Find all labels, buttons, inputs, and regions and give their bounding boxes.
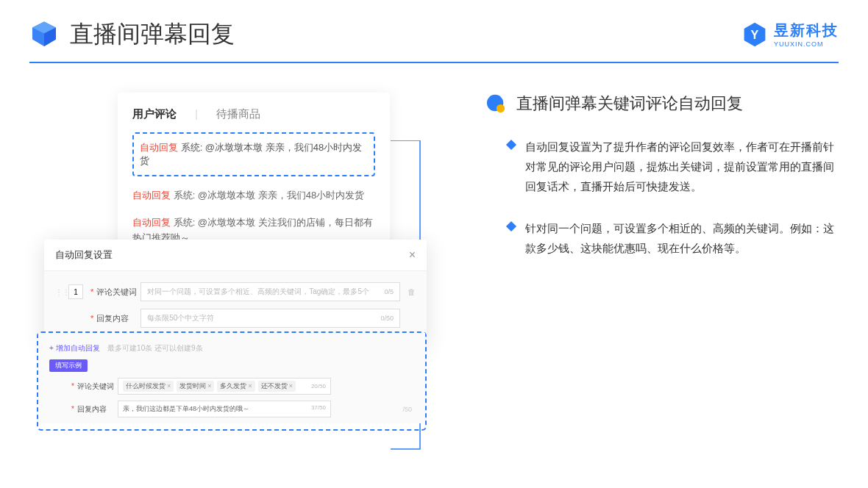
tab-divider: | <box>195 107 198 121</box>
trash-icon[interactable]: 🗑 <box>408 287 416 296</box>
content-input[interactable]: 每条限50个中文字符 0/50 <box>140 309 400 328</box>
logo-icon: Y <box>741 21 768 48</box>
counter: 20/50 <box>311 383 326 390</box>
example-keyword-row: * 评论关键词 什么时候发货 发货时间 多久发货 还不发货 20/50 <box>49 378 414 395</box>
header: 直播间弹幕回复 Y 昱新科技 YUUXIN.COM <box>0 0 868 51</box>
example-content-row: * 回复内容 亲，我们这边都是下单48小时内发货的哦～ 37/50 /50 <box>49 401 414 423</box>
logo: Y 昱新科技 YUUXIN.COM <box>741 21 839 48</box>
auto-reply-tag: 自动回复 <box>140 142 178 153</box>
tag-input[interactable]: 什么时候发货 发货时间 多久发货 还不发货 20/50 <box>118 378 331 395</box>
required-dot: * <box>71 382 74 390</box>
tabs: 用户评论 | 待播商品 <box>132 107 375 121</box>
add-auto-reply-link[interactable]: + 增加自动回复 <box>49 344 100 352</box>
side-counter: /50 <box>402 406 412 413</box>
content-input[interactable]: 亲，我们这边都是下单48小时内发货的哦～ 37/50 <box>118 401 331 417</box>
settings-modal: 自动回复设置 × ⋮⋮ 1 * 评论关键词 对同一个问题，可设置多个相近、高频的… <box>44 240 427 346</box>
content-label: 回复内容 <box>77 404 118 415</box>
required-dot: * <box>90 314 93 323</box>
close-icon[interactable]: × <box>409 248 416 262</box>
diamond-bullet-icon <box>506 140 516 150</box>
tag[interactable]: 多久发货 <box>217 381 255 392</box>
logo-text: 昱新科技 <box>774 22 839 38</box>
bullet-text: 针对同一个问题，可设置多个相近的、高频的关键词。例如：这款多少钱、这块能优惠吗、… <box>525 218 839 258</box>
row-number: 1 <box>68 284 83 299</box>
comment-text: 系统: @冰墩墩本墩 亲亲，我们48小时内发货 <box>174 190 365 201</box>
counter: 0/50 <box>380 315 394 322</box>
cube-icon <box>29 20 59 49</box>
page-title: 直播间弹幕回复 <box>70 18 235 51</box>
form-row-keyword: ⋮⋮ 1 * 评论关键词 对同一个问题，可设置多个相近、高频的关键词，Tag确定… <box>55 282 416 301</box>
tag[interactable]: 发货时间 <box>177 381 214 392</box>
modal-header: 自动回复设置 × <box>44 240 427 271</box>
placeholder: 每条限50个中文字符 <box>147 313 214 323</box>
tag[interactable]: 还不发货 <box>258 381 296 392</box>
auto-reply-tag: 自动回复 <box>132 217 171 228</box>
sub-heading: 直播间弹幕关键词评论自动回复 <box>485 93 839 115</box>
required-dot: * <box>90 287 93 296</box>
logo-subtext: YUUXIN.COM <box>774 40 839 48</box>
keyword-label: 评论关键词 <box>77 381 118 392</box>
counter: 37/50 <box>311 404 326 414</box>
form-row-content: * 回复内容 每条限50个中文字符 0/50 🗑 <box>55 309 416 328</box>
highlighted-comment: 自动回复 系统: @冰墩墩本墩 亲亲，我们48小时内发货 <box>132 132 375 176</box>
svg-point-6 <box>497 104 505 112</box>
example-box: + 增加自动回复 最多可建10条 还可以创建9条 填写示例 * 评论关键词 什么… <box>37 331 427 431</box>
keyword-label: 评论关键词 <box>96 287 140 298</box>
comment-line: 自动回复 系统: @冰墩墩本墩 亲亲，我们48小时内发货 <box>132 188 375 204</box>
bullet-text: 自动回复设置为了提升作者的评论回复效率，作者可在开播前针对常见的评论用户问题，提… <box>525 137 839 196</box>
modal-title: 自动回复设置 <box>55 248 113 262</box>
bullet-item: 自动回复设置为了提升作者的评论回复效率，作者可在开播前针对常见的评论用户问题，提… <box>485 137 839 196</box>
tab-user-comments[interactable]: 用户评论 <box>132 107 177 121</box>
diamond-bullet-icon <box>506 221 516 232</box>
content-value: 亲，我们这边都是下单48小时内发货的哦～ <box>123 404 249 414</box>
auto-reply-tag: 自动回复 <box>132 190 171 201</box>
tab-pending-goods[interactable]: 待播商品 <box>216 107 260 121</box>
blob-icon <box>485 93 506 114</box>
drag-handle-icon[interactable]: ⋮⋮ <box>55 288 68 296</box>
sub-heading-text: 直播间弹幕关键词评论自动回复 <box>516 93 743 115</box>
description-column: 直播间弹幕关键词评论自动回复 自动回复设置为了提升作者的评论回复效率，作者可在开… <box>441 93 839 280</box>
add-hint: 最多可建10条 还可以创建9条 <box>107 344 202 352</box>
bullet-item: 针对同一个问题，可设置多个相近的、高频的关键词。例如：这款多少钱、这块能优惠吗、… <box>485 218 839 258</box>
counter: 0/5 <box>384 288 394 295</box>
keyword-input[interactable]: 对同一个问题，可设置多个相近、高频的关键词，Tag确定，最多5个 0/5 <box>140 282 400 301</box>
mockup-area: 用户评论 | 待播商品 自动回复 系统: @冰墩墩本墩 亲亲，我们48小时内发货… <box>44 93 441 280</box>
example-badge: 填写示例 <box>49 359 88 372</box>
svg-text:Y: Y <box>751 28 759 41</box>
content-label: 回复内容 <box>96 313 140 324</box>
required-dot: * <box>71 405 74 413</box>
placeholder: 对同一个问题，可设置多个相近、高频的关键词，Tag确定，最多5个 <box>147 287 369 297</box>
tag[interactable]: 什么时候发货 <box>123 381 174 392</box>
